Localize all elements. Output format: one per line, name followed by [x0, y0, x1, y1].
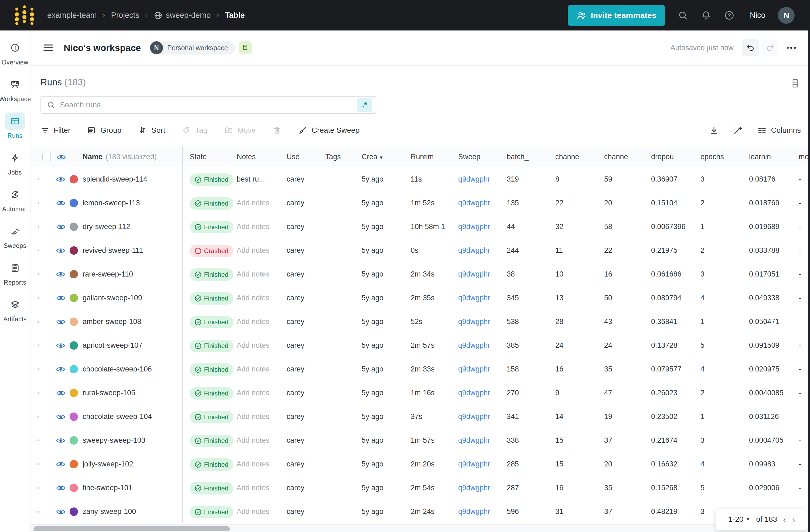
visibility-eye-icon[interactable]	[56, 366, 65, 373]
column-header-tags[interactable]: Tags	[325, 146, 358, 168]
table-row[interactable]: gallant-sweep-109FinishedAdd notescarey5…	[31, 286, 808, 310]
sweep-link[interactable]: q9dwgphr	[458, 507, 490, 516]
column-header-metric[interactable]: me	[799, 146, 808, 168]
notes-cell[interactable]: Add notes	[237, 500, 284, 523]
run-name[interactable]: revived-sweep-111	[83, 239, 180, 262]
wandb-logo[interactable]	[15, 5, 34, 26]
drag-handle[interactable]	[37, 416, 39, 418]
magic-wand-button[interactable]	[733, 126, 743, 135]
sidebar-item-reports[interactable]: Reports	[0, 259, 30, 286]
visibility-eye-icon[interactable]	[56, 176, 65, 183]
column-header-ch2[interactable]: channe	[604, 146, 649, 168]
sweep-link[interactable]: q9dwgphr	[458, 484, 490, 492]
visibility-eye-icon[interactable]	[56, 509, 65, 515]
notes-cell[interactable]: Add notes	[237, 405, 284, 429]
sweep-link[interactable]: q9dwgphr	[458, 436, 490, 444]
create-sweep-button[interactable]: Create Sweep	[298, 126, 359, 135]
notes-cell[interactable]: Add notes	[237, 357, 284, 381]
column-header-ch1[interactable]: channe	[555, 146, 601, 168]
prev-page-icon[interactable]: ‹	[783, 515, 786, 524]
run-name[interactable]: sweepy-sweep-103	[83, 429, 180, 452]
sweep-link[interactable]: q9dwgphr	[458, 270, 490, 278]
table-row[interactable]: fine-sweep-101FinishedAdd notescarey5y a…	[31, 476, 808, 500]
run-name[interactable]: lemon-sweep-113	[83, 191, 180, 215]
visibility-eye-icon[interactable]	[56, 295, 65, 301]
table-row[interactable]: revived-sweep-111CrashedAdd notescarey5y…	[31, 239, 808, 262]
notes-cell[interactable]: Add notes	[237, 381, 284, 405]
sweep-link[interactable]: q9dwgphr	[458, 199, 490, 207]
table-row[interactable]: lemon-sweep-113FinishedAdd notescarey5y …	[31, 191, 808, 215]
column-header-state[interactable]: State	[190, 146, 236, 168]
run-name[interactable]: gallant-sweep-109	[83, 286, 180, 310]
notes-cell[interactable]: Add notes	[237, 429, 284, 452]
sort-button[interactable]: Sort	[138, 126, 165, 135]
visibility-eye-icon[interactable]	[56, 414, 65, 420]
tag-button[interactable]: Tag	[182, 126, 207, 135]
search-input[interactable]	[60, 101, 357, 109]
collapsed-right-panel-edge[interactable]	[808, 31, 810, 532]
notes-cell[interactable]: Add notes	[237, 452, 284, 476]
visibility-eye-icon[interactable]	[56, 390, 65, 396]
sidebar-item-overview[interactable]: Overview	[0, 39, 30, 66]
visibility-eye-icon[interactable]	[56, 485, 65, 491]
column-header-notes[interactable]: Notes	[237, 146, 284, 168]
table-row[interactable]: zany-sweep-100FinishedAdd notescarey5y a…	[31, 500, 808, 523]
run-name[interactable]: zany-sweep-100	[83, 500, 180, 523]
workspace-notes-icon[interactable]	[239, 41, 252, 54]
help-icon[interactable]: ?	[724, 10, 735, 21]
group-button[interactable]: Group	[87, 126, 122, 135]
notes-cell[interactable]: Add notes	[237, 191, 284, 215]
breadcrumb-project[interactable]: sweep-demo	[153, 11, 211, 20]
visibility-eye-icon[interactable]	[56, 200, 65, 206]
column-header-lr[interactable]: learnin	[749, 146, 796, 168]
filter-button[interactable]: Filter	[40, 126, 70, 135]
table-row[interactable]: splendid-sweep-114Finishedbest ru...care…	[31, 167, 808, 191]
scrollbar-thumb[interactable]	[33, 526, 230, 531]
table-row[interactable]: apricot-sweep-107FinishedAdd notescarey5…	[31, 334, 808, 357]
sweep-link[interactable]: q9dwgphr	[458, 294, 490, 302]
visibility-eye-icon[interactable]	[56, 271, 65, 278]
table-row[interactable]: jolly-sweep-102FinishedAdd notescarey5y …	[31, 452, 808, 476]
user-name[interactable]: Nico	[750, 11, 765, 20]
drag-handle[interactable]	[37, 344, 39, 346]
run-name[interactable]: amber-sweep-108	[83, 310, 180, 334]
column-header-runtime[interactable]: Runtim	[411, 146, 455, 168]
table-row[interactable]: rural-sweep-105FinishedAdd notescarey5y …	[31, 381, 808, 405]
workspace-title[interactable]: Nico's workspace	[64, 43, 141, 53]
sweep-link[interactable]: q9dwgphr	[458, 460, 490, 468]
run-name[interactable]: dry-sweep-112	[83, 215, 180, 239]
drag-handle[interactable]	[37, 368, 39, 370]
sweep-link[interactable]: q9dwgphr	[458, 413, 490, 421]
sidebar-item-runs[interactable]: Runs	[0, 113, 30, 140]
visibility-eye-icon[interactable]	[56, 224, 65, 230]
sidebar-item-artifacts[interactable]: Artifacts	[0, 296, 30, 323]
sidebar-item-sweeps[interactable]: Sweeps	[0, 223, 30, 249]
panel-layout-icon[interactable]	[791, 79, 799, 88]
visibility-eye-icon[interactable]	[56, 154, 66, 161]
sweep-link[interactable]: q9dwgphr	[458, 341, 490, 349]
run-name[interactable]: jolly-sweep-102	[83, 452, 180, 476]
breadcrumb-projects[interactable]: Projects	[111, 11, 139, 20]
sweep-link[interactable]: q9dwgphr	[458, 223, 490, 231]
column-header-dropout[interactable]: dropou	[651, 146, 698, 168]
drag-handle[interactable]	[37, 202, 39, 204]
visibility-eye-icon[interactable]	[56, 342, 65, 349]
sweep-link[interactable]: q9dwgphr	[458, 389, 490, 397]
drag-handle[interactable]	[37, 463, 39, 465]
notes-cell[interactable]: Add notes	[237, 476, 284, 500]
visibility-eye-icon[interactable]	[56, 319, 65, 325]
sidebar-item-workspace[interactable]: Workspace	[0, 76, 30, 103]
run-name[interactable]: splendid-sweep-114	[83, 167, 180, 191]
regex-toggle[interactable]: .*	[357, 98, 372, 112]
visibility-eye-icon[interactable]	[56, 461, 65, 468]
run-name[interactable]: rare-sweep-110	[83, 262, 180, 286]
drag-handle[interactable]	[37, 511, 39, 513]
column-header-epochs[interactable]: epochs	[700, 146, 746, 168]
table-row[interactable]: sweepy-sweep-103FinishedAdd notescarey5y…	[31, 429, 808, 452]
notes-cell[interactable]: Add notes	[237, 286, 284, 310]
redo-button[interactable]	[762, 39, 779, 57]
overflow-menu-icon[interactable]: •••	[787, 44, 797, 52]
name-column-header[interactable]: Name(183 visualized)	[83, 146, 157, 168]
column-header-created[interactable]: Crea▼	[361, 146, 407, 168]
column-header-sweep[interactable]: Sweep	[458, 146, 504, 168]
